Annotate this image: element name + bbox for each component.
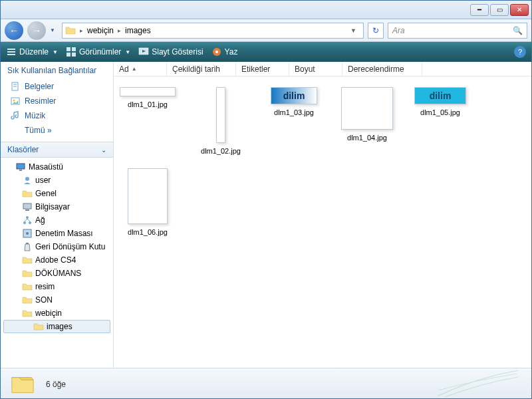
tree-item-label: Adobe CS4 <box>35 255 76 265</box>
decorative-swoosh <box>438 370 518 397</box>
tree-item-label: SON <box>35 295 53 305</box>
control-icon <box>22 228 33 239</box>
tree-item[interactable]: Denetim Masası <box>1 227 113 240</box>
file-thumbnail <box>216 87 225 143</box>
user-icon <box>22 175 33 186</box>
file-item[interactable]: dlm1_06.jpg <box>119 168 176 236</box>
tree-item[interactable]: images <box>3 320 110 333</box>
recycle-icon <box>22 241 33 252</box>
slideshow-button[interactable]: Slayt Gösterisi <box>138 47 203 57</box>
tree-item[interactable]: resim <box>1 280 113 293</box>
pictures-icon <box>10 96 21 106</box>
more-icon <box>10 125 21 136</box>
file-item[interactable]: dilimdlm1_05.jpg <box>412 87 469 155</box>
nav-history-dropdown[interactable]: ▼ <box>50 27 58 33</box>
tree-item[interactable]: Geri Dönüşüm Kutu <box>1 240 113 253</box>
column-label: Ad <box>119 65 129 74</box>
window-titlebar: ━ ▭ ✕ <box>1 1 531 19</box>
folder-icon <box>22 295 33 305</box>
favorite-link[interactable]: Tümü » <box>7 123 106 138</box>
file-item[interactable]: dlm1_02.jpg <box>192 87 249 155</box>
breadcrumb-separator: ▸ <box>78 27 84 34</box>
organize-icon <box>6 47 17 57</box>
svg-point-18 <box>25 177 29 181</box>
breadcrumb-item[interactable]: images <box>122 26 154 35</box>
tree-item[interactable]: Ağ <box>1 213 113 227</box>
tree-item-label: Genel <box>35 189 57 198</box>
tree-item[interactable]: Genel <box>1 187 113 200</box>
tree-item-label: user <box>35 176 51 185</box>
favorite-label: Tümü » <box>25 126 52 135</box>
file-item[interactable]: dilimdlm1_03.jpg <box>265 87 323 155</box>
column-header[interactable]: Ad▲ <box>114 62 167 76</box>
chevron-down-icon: ▼ <box>125 49 130 55</box>
tree-item[interactable]: Adobe CS4 <box>1 253 113 267</box>
folders-header[interactable]: Klasörler ⌄ <box>1 142 113 158</box>
minimize-button[interactable]: ━ <box>470 4 489 16</box>
svg-rect-2 <box>7 54 15 55</box>
column-header[interactable]: Çekildiği tarih <box>167 62 236 76</box>
address-dropdown[interactable]: ▼ <box>346 27 360 34</box>
tree-item[interactable]: Masaüstü <box>1 160 113 174</box>
maximize-button[interactable]: ▭ <box>490 4 509 16</box>
file-grid[interactable]: dlm1_01.jpgdlm1_02.jpgdilimdlm1_03.jpgdl… <box>114 76 531 368</box>
tree-item-label: Denetim Masası <box>35 229 93 238</box>
favorites-section: Sık Kullanılan Bağlantılar BelgelerResim… <box>1 62 113 142</box>
file-thumbnail <box>120 87 176 96</box>
tree-item-label: Geri Dönüşüm Kutu <box>35 242 105 251</box>
breadcrumb-item[interactable]: webiçin <box>84 26 116 35</box>
documents-icon <box>10 81 21 92</box>
file-item[interactable]: dlm1_04.jpg <box>338 87 396 155</box>
tree-item-label: Ağ <box>35 215 45 225</box>
search-icon: 🔍 <box>513 26 523 35</box>
favorite-label: Resimler <box>25 96 56 106</box>
svg-point-23 <box>26 216 29 219</box>
tree-item-label: Bilgisayar <box>35 202 70 211</box>
tree-item[interactable]: SON <box>1 293 113 307</box>
svg-rect-1 <box>7 51 15 53</box>
column-header[interactable]: Derecelendirme <box>342 62 422 76</box>
folder-icon <box>22 255 33 265</box>
svg-rect-3 <box>66 47 70 51</box>
svg-point-10 <box>215 51 218 53</box>
sort-asc-icon: ▲ <box>132 66 137 72</box>
svg-rect-26 <box>26 243 29 244</box>
column-header[interactable]: Etiketler <box>236 62 289 76</box>
tree-item-label: webiçin <box>35 309 62 318</box>
search-input[interactable]: Ara 🔍 <box>388 23 527 39</box>
views-menu[interactable]: Görünümler ▼ <box>66 47 130 57</box>
column-header[interactable]: Boyut <box>289 62 342 76</box>
burn-button[interactable]: Yaz <box>211 47 238 57</box>
svg-rect-17 <box>19 170 22 171</box>
tree-item[interactable]: user <box>1 174 113 187</box>
svg-point-22 <box>29 221 31 224</box>
close-button[interactable]: ✕ <box>510 4 529 16</box>
file-item[interactable]: dlm1_01.jpg <box>119 87 176 155</box>
column-headers: Ad▲Çekildiği tarihEtiketlerBoyutDerecele… <box>114 62 531 76</box>
help-button[interactable]: ? <box>514 46 526 58</box>
favorite-label: Belgeler <box>25 82 54 91</box>
folder-icon <box>65 25 76 36</box>
tree-item[interactable]: DÖKÜMANS <box>1 267 113 280</box>
network-icon <box>22 215 33 225</box>
column-label: Boyut <box>295 65 315 74</box>
refresh-button[interactable]: ↻ <box>368 23 384 39</box>
tree-item-label: DÖKÜMANS <box>35 269 81 278</box>
favorite-link[interactable]: Müzik <box>7 108 106 123</box>
column-label: Etiketler <box>241 65 270 74</box>
svg-rect-0 <box>7 49 15 50</box>
file-thumbnail: dilim <box>414 87 466 104</box>
folder-icon <box>33 321 44 332</box>
folder-icon <box>22 188 33 199</box>
svg-rect-4 <box>72 47 76 51</box>
favorite-link[interactable]: Belgeler <box>7 79 106 94</box>
tree-item[interactable]: Bilgisayar <box>1 200 113 213</box>
forward-button[interactable]: → <box>27 21 46 40</box>
address-bar[interactable]: ▸ webiçin ▸ images ▼ <box>62 23 364 39</box>
organize-menu[interactable]: Düzenle ▼ <box>6 47 58 57</box>
svg-rect-16 <box>17 164 25 169</box>
favorite-link[interactable]: Resimler <box>7 94 106 108</box>
tree-item[interactable]: webiçin <box>1 307 113 320</box>
back-button[interactable]: ← <box>5 21 23 40</box>
folders-header-label: Klasörler <box>7 145 39 154</box>
